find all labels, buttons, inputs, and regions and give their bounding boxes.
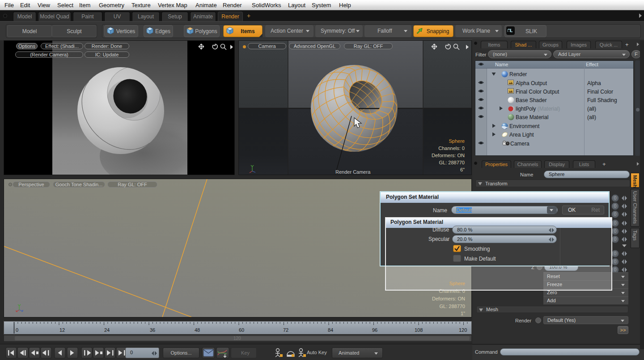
svg-text:120: 120	[459, 327, 467, 333]
svg-text:48: 48	[195, 327, 200, 333]
svg-text:0: 0	[16, 327, 18, 333]
svg-text:12: 12	[59, 327, 65, 333]
svg-text:72: 72	[283, 327, 288, 333]
svg-text:24: 24	[104, 327, 110, 333]
svg-text:36: 36	[150, 327, 155, 333]
svg-text:84: 84	[328, 327, 333, 333]
svg-text:108: 108	[415, 327, 423, 333]
svg-text:96: 96	[372, 327, 377, 333]
svg-text:60: 60	[239, 327, 244, 333]
